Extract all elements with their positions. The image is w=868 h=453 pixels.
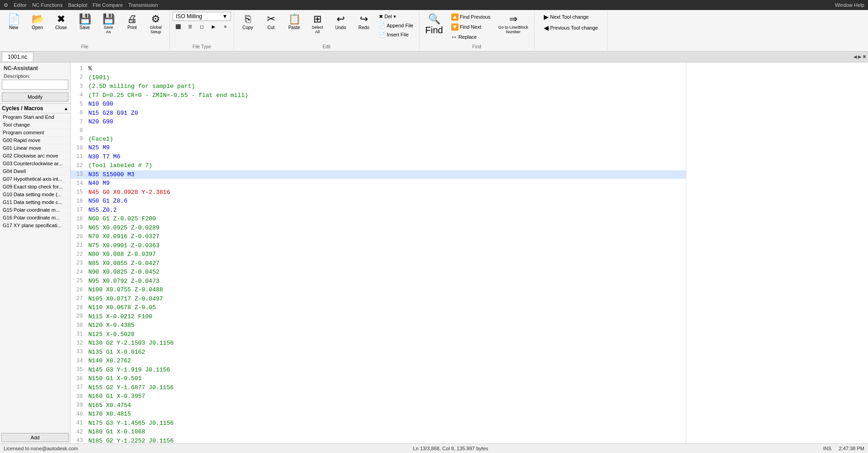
- line-content[interactable]: N75 X0.0901 Z-0.0363: [87, 241, 686, 250]
- menu-file-compare[interactable]: File Compare: [93, 2, 123, 8]
- find-previous-button[interactable]: 🔼 Find Previous: [448, 12, 493, 22]
- line-content[interactable]: N10 G90: [87, 100, 686, 109]
- line-content[interactable]: N140 X0.2762: [87, 356, 686, 366]
- file-type-btn-2[interactable]: ☰: [184, 23, 195, 31]
- editor-content[interactable]: 1%2(1001)3(2.5D milling for sample part)…: [71, 62, 686, 443]
- cycles-list-item[interactable]: G04 Dwell: [0, 168, 70, 175]
- global-setup-button[interactable]: ⚙ GlobalSetup: [145, 12, 167, 36]
- line-content[interactable]: (Tool labeled # 7): [87, 161, 686, 170]
- del-dropdown-button[interactable]: ✖ Del ▾: [376, 12, 416, 21]
- line-content[interactable]: N65 X0.0925 Z-0.0289: [87, 224, 686, 233]
- line-content[interactable]: N15 G28 G91 Z0: [87, 109, 686, 118]
- file-type-btn-5[interactable]: ≡: [220, 23, 231, 31]
- line-content[interactable]: N90 X0.0825 Z-0.0452: [87, 268, 686, 277]
- cycles-list-item[interactable]: Tool change: [0, 121, 70, 129]
- cycles-list-item[interactable]: G01 Linear move: [0, 144, 70, 152]
- menu-backplot[interactable]: Backplot: [68, 2, 87, 8]
- line-content[interactable]: N125 X-0.5028: [87, 330, 686, 339]
- add-button[interactable]: Add: [1, 433, 69, 442]
- line-content[interactable]: N185 G2 Y-1.2252 J0.1156: [87, 437, 686, 444]
- cycles-list-item[interactable]: G15 Polar coordinate m...: [0, 206, 70, 214]
- redo-button[interactable]: ↪ Redo: [353, 12, 375, 32]
- undo-button[interactable]: ↩ Undo: [330, 12, 352, 32]
- go-to-line-button[interactable]: ⇒ Go to Line/BlockNumber: [495, 12, 531, 36]
- line-content[interactable]: N105 X0.0717 Z-0.0497: [87, 295, 686, 304]
- new-button[interactable]: 📄 New: [3, 12, 25, 32]
- cycles-list-item[interactable]: G07 Hypothetical axis int...: [0, 175, 70, 183]
- save-as-button[interactable]: 💾 SaveAs: [97, 12, 119, 36]
- app-logo[interactable]: ⚙: [4, 2, 8, 8]
- file-type-btn-3[interactable]: ◻: [196, 23, 207, 31]
- find-button[interactable]: 🔍 Find: [422, 12, 446, 38]
- tab-scroll-left[interactable]: ◀: [853, 54, 857, 59]
- append-file-button[interactable]: 📄 Append File: [376, 21, 416, 30]
- file-type-btn-4[interactable]: ▶: [208, 23, 219, 31]
- line-content[interactable]: N170 X0.4815: [87, 410, 686, 419]
- line-content[interactable]: N155 G2 Y-1.6877 J0.1156: [87, 383, 686, 392]
- cycles-scroll-up[interactable]: ▲: [64, 106, 68, 111]
- cycles-list-item[interactable]: G09 Exact stop check for...: [0, 183, 70, 191]
- next-tool-change-button[interactable]: ▶ Next Tool change: [541, 12, 592, 22]
- file-type-dropdown[interactable]: ISO Milling ▼: [173, 12, 231, 21]
- line-content[interactable]: N160 G1 X-0.3957: [87, 392, 686, 401]
- line-content[interactable]: (Face1): [87, 135, 686, 144]
- line-content[interactable]: N50 G1 Z0.6: [87, 197, 686, 206]
- file-type-btn-1[interactable]: ⬛: [173, 23, 184, 31]
- cycles-list-item[interactable]: Program comment: [0, 129, 70, 137]
- modify-button[interactable]: Modify: [2, 92, 68, 102]
- line-content[interactable]: (T7 D=0.25 CR=0 - ZMIN=-0.55 - flat end …: [87, 91, 686, 100]
- line-content[interactable]: N95 X0.0792 Z-0.0473: [87, 277, 686, 286]
- replace-button[interactable]: ↔ Replace: [448, 32, 493, 42]
- line-content[interactable]: N60 G1 Z-0.025 F200: [87, 214, 686, 224]
- line-content[interactable]: N25 M9: [87, 143, 686, 153]
- line-content[interactable]: %: [87, 64, 686, 73]
- cycles-list-item[interactable]: G00 Rapid move: [0, 137, 70, 144]
- line-content[interactable]: N145 G3 Y-1.919 J0.1156: [87, 366, 686, 375]
- cut-button[interactable]: ✂ Cut: [260, 12, 282, 32]
- menu-nc-functions[interactable]: NC Functions: [32, 2, 63, 8]
- line-content[interactable]: N35 S15000 M3: [87, 170, 686, 179]
- line-content[interactable]: N20 G90: [87, 117, 686, 127]
- line-content[interactable]: N30 T7 M6: [87, 153, 686, 162]
- cycles-list-item[interactable]: G17 XY plane specificati...: [0, 222, 70, 229]
- line-content[interactable]: N150 G1 X-0.501: [87, 374, 686, 383]
- line-content[interactable]: N120 X-0.4385: [87, 321, 686, 330]
- open-button[interactable]: 📂 Open: [26, 12, 48, 32]
- line-content[interactable]: N180 G1 X-0.1068: [87, 428, 686, 437]
- line-content[interactable]: N175 G3 Y-1.4565 J0.1156: [87, 419, 686, 428]
- tab-close[interactable]: ✖: [863, 54, 866, 59]
- tab-scroll-right[interactable]: ▶: [858, 54, 862, 59]
- line-content[interactable]: N115 X-0.0212 F100: [87, 312, 686, 321]
- menu-transmission[interactable]: Transmission: [128, 2, 158, 8]
- line-content[interactable]: N40 M9: [87, 179, 686, 188]
- close-button[interactable]: ✖ Close: [50, 12, 72, 32]
- file-tab-active[interactable]: 1001.nc: [2, 52, 33, 61]
- description-input[interactable]: [2, 80, 68, 90]
- menu-editor[interactable]: Editor: [14, 2, 27, 8]
- line-content[interactable]: N110 X0.0678 Z-0.05: [87, 303, 686, 312]
- save-button[interactable]: 💾 Save: [74, 12, 96, 32]
- line-content[interactable]: N45 G0 X0.0928 Y-2.3816: [87, 188, 686, 197]
- paste-button[interactable]: 📋 Paste: [283, 12, 305, 32]
- cycles-list-item[interactable]: Program Start and End: [0, 113, 70, 121]
- insert-file-button[interactable]: 📄 Insert File: [376, 30, 416, 39]
- line-content[interactable]: N55 Z0.2: [87, 206, 686, 215]
- select-all-button[interactable]: ⊞ SelectAll: [306, 12, 328, 36]
- line-content[interactable]: N70 X0.0916 Z-0.0327: [87, 232, 686, 241]
- cycles-list-item[interactable]: G16 Polar coordinate m...: [0, 214, 70, 222]
- line-content[interactable]: N135 G1 X-0.0162: [87, 348, 686, 357]
- line-content[interactable]: N100 X0.0755 Z-0.0488: [87, 285, 686, 295]
- previous-tool-change-button[interactable]: ◀ Previous Tool change: [541, 23, 601, 33]
- line-content[interactable]: N80 X0.088 Z-0.0397: [87, 250, 686, 259]
- line-content[interactable]: N85 X0.0855 Z-0.0427: [87, 259, 686, 268]
- cycles-list-item[interactable]: G03 Counterclockwise ar...: [0, 160, 70, 168]
- line-content[interactable]: (2.5D milling for sample part): [87, 82, 686, 91]
- find-next-button[interactable]: 🔽 Find Next: [448, 22, 493, 32]
- cycles-list-item[interactable]: G11 Data setting mode c...: [0, 199, 70, 206]
- line-content[interactable]: N130 G2 Y-2.1503 J0.1156: [87, 339, 686, 348]
- line-content[interactable]: (1001): [87, 73, 686, 82]
- print-button[interactable]: 🖨 Print: [121, 12, 143, 32]
- line-content[interactable]: N165 X0.4754: [87, 401, 686, 410]
- cycles-list-item[interactable]: G02 Clockwise arc move: [0, 152, 70, 160]
- cycles-list-item[interactable]: G10 Data setting mode (...: [0, 191, 70, 199]
